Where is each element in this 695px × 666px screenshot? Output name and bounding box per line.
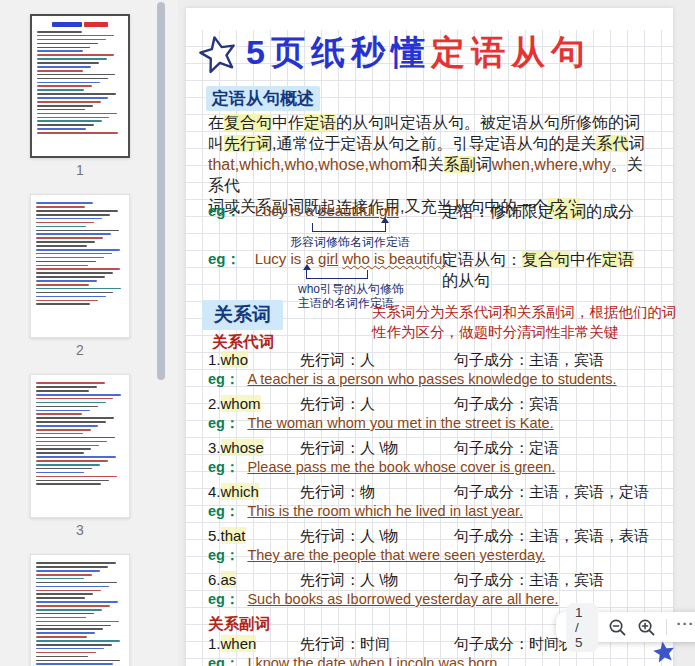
- thumbnail-content: [36, 382, 124, 485]
- eg-label: eg：: [208, 503, 239, 519]
- relative-word-row: 3.whose 先行词：人 \物 句子成分：定语 eg：Please pass …: [208, 438, 666, 477]
- eg-label: eg：: [208, 459, 239, 475]
- toolbar-divider: [666, 619, 667, 635]
- row-number: 1.who: [208, 350, 300, 370]
- example-sentence: I know the date when Lincoln was born.: [247, 655, 501, 666]
- row-number: 2.whom: [208, 394, 300, 414]
- example-sentence: This is the room which he lived in last …: [247, 503, 523, 519]
- thumbnail-content: [37, 31, 123, 134]
- sentence-role: 句子成分：主语，宾语，定语: [454, 482, 666, 502]
- relative-word-row: 5.that 先行词：人 \物 句子成分：主语，宾语，表语 eg：They ar…: [208, 526, 666, 565]
- sentence-role: 句子成分：主语，宾语，表语: [454, 526, 666, 546]
- example-2: eg： Lucy is a girl who is beautiful: [208, 250, 446, 269]
- row-number: 1.when: [208, 634, 300, 654]
- eg-label: eg：: [208, 415, 239, 431]
- example-1: eg： Lucy is a beautiful girl: [208, 202, 399, 221]
- eg-label: eg：: [208, 202, 241, 219]
- decorative-star-icon: [198, 34, 238, 74]
- page-indicator[interactable]: 1 / 5: [566, 603, 598, 652]
- example-sentence: A teacher is a person who passes knowled…: [247, 371, 616, 387]
- antecedent: 先行词：人: [300, 394, 454, 414]
- example-sentence: Please pass me the book whose cover is g…: [247, 459, 555, 475]
- document-page: 5页纸秒懂定语从句 定语从句概述 在复合句中作定语的从句叫定语从句。被定语从句所…: [186, 8, 673, 666]
- example-sentence: Such books as Iborrowed yesterday are al…: [247, 591, 558, 607]
- overview-line: 叫先行词,通常位于定语从句之前。引导定语从句的是关系代词: [208, 133, 658, 154]
- overview-line: that,which,who,whose,whom和关系副词when,where…: [208, 154, 658, 196]
- zoom-out-icon[interactable]: [608, 616, 627, 638]
- relative-word-row: 2.whom 先行词：人 句子成分：宾语 eg：The woman whom y…: [208, 394, 666, 433]
- relative-word-row: 6.as 先行词：人 \物 句子成分：主语，宾语 eg：Such books a…: [208, 570, 666, 609]
- antecedent: 先行词：时间: [300, 634, 454, 654]
- page-title-blue: 5页纸秒懂: [246, 33, 431, 71]
- antecedent: 先行词：人: [300, 350, 454, 370]
- thumbnail-title-bars: [37, 22, 123, 27]
- thumbnail-sidebar: 1 2 3: [0, 0, 178, 666]
- favorite-star-icon[interactable]: [650, 638, 677, 665]
- document-viewer: 1 2 3 5页纸秒懂定语从句 定语从句概述: [0, 0, 695, 666]
- relative-word-row: 4.which 先行词：物 句子成分：主语，宾语，定语 eg：This is t…: [208, 482, 666, 521]
- sentence-role: 句子成分：宾语: [454, 394, 666, 414]
- antecedent: 先行词：人 \物: [300, 526, 454, 546]
- thumbnail-label-1: 1: [76, 162, 84, 178]
- bracket-arrow: [306, 270, 368, 279]
- row-number: 6.as: [208, 570, 300, 590]
- antecedent: 先行词：物: [300, 482, 454, 502]
- antecedent: 先行词：人 \物: [300, 438, 454, 458]
- definition-attributive: 定语：修饰限定名词的成分: [442, 202, 634, 223]
- eg-label: eg：: [208, 371, 239, 387]
- eg-label: eg：: [208, 547, 239, 563]
- page-title: 5页纸秒懂定语从句: [246, 30, 591, 76]
- relative-word-row: 1.who 先行词：人 句子成分：主语，宾语 eg：A teacher is a…: [208, 350, 666, 389]
- page-thumbnail-2[interactable]: [30, 194, 130, 338]
- sentence-role: 句子成分：定语: [454, 438, 666, 458]
- relative-words-note: 关系词分为关系代词和关系副词，根据他们的词 性作为区分，做题时分清词性非常关键: [372, 302, 677, 342]
- example-2-wavy: who is beautiful: [342, 250, 445, 267]
- example-1-text: Lucy is a: [255, 202, 318, 219]
- thumbnail-label-3: 3: [76, 522, 84, 538]
- thumbnail-label-2: 2: [76, 342, 84, 358]
- section-heading-relative-words: 关系词: [202, 300, 283, 330]
- example-1-note: 形容词修饰名词作定语: [290, 234, 410, 251]
- zoom-in-icon[interactable]: [637, 616, 656, 638]
- section-heading-overview: 定语从句概述: [206, 86, 320, 111]
- overview-line: 在复合句中作定语的从句叫定语从句。被定语从句所修饰的词: [208, 112, 658, 133]
- row-number: 5.that: [208, 526, 300, 546]
- definition-clause-line2: 的从句: [442, 271, 490, 292]
- row-number: 3.whose: [208, 438, 300, 458]
- thumbnail-list: 1 2 3: [30, 14, 130, 666]
- eg-label: eg：: [208, 250, 241, 267]
- row-number: 4.which: [208, 482, 300, 502]
- eg-label: eg：: [208, 591, 239, 607]
- more-options-button[interactable]: ···: [677, 619, 695, 635]
- example-sentence: The woman whom you met in the street is …: [247, 415, 553, 431]
- example-2-underlined: girl: [318, 250, 338, 267]
- antecedent: 先行词：人 \物: [300, 570, 454, 590]
- pronoun-rows: 1.who 先行词：人 句子成分：主语，宾语 eg：A teacher is a…: [208, 350, 666, 609]
- thumbnail-content: [36, 202, 124, 305]
- bracket-arrow: [312, 223, 386, 232]
- sidebar-scrollbar[interactable]: [157, 2, 165, 380]
- thumbnail-content: [36, 562, 124, 665]
- definition-clause-line1: 定语从句：复合句中作定语: [442, 250, 634, 271]
- page-thumbnail-1[interactable]: [30, 14, 130, 158]
- sentence-role: 句子成分：主语，宾语: [454, 570, 666, 590]
- sentence-role: 句子成分：主语，宾语: [454, 350, 666, 370]
- example-sentence: They are the people that were seen yeste…: [247, 547, 545, 563]
- page-title-red: 定语从句: [431, 33, 591, 71]
- page-thumbnail-3[interactable]: [30, 374, 130, 518]
- eg-label: eg：: [208, 655, 239, 666]
- page-thumbnail-4[interactable]: [30, 554, 130, 666]
